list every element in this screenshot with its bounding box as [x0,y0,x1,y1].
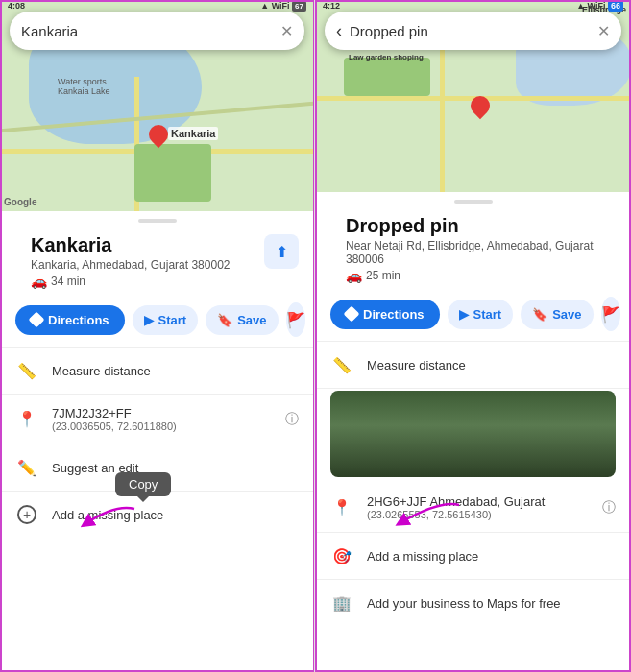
ruler-icon: 📏 [15,359,38,382]
left-flag-button[interactable]: 🚩 [286,302,305,337]
plus-code-row[interactable]: 📍 7JMJ2J32+FF (23.0036505, 72.6011880) ⓘ [0,396,314,442]
target-icon: 🎯 [330,544,353,567]
car-icon: 🚗 [31,274,47,289]
right-search-bar[interactable]: ‹ Dropped pin ✕ [325,12,621,50]
right-flag-button[interactable]: 🚩 [601,297,620,331]
right-save-button[interactable]: 🔖 Save [521,300,593,329]
coordinates-left: (23.0036505, 72.6011880) [52,420,272,432]
sheet-handle [138,219,177,223]
right-save-bookmark-icon: 🔖 [532,307,547,322]
left-clear-button[interactable]: ✕ [280,22,293,40]
left-map-kankaria-label: Kankaria [168,127,218,140]
right-time: 4:12 [323,1,340,11]
share-button[interactable]: ⬆ [264,234,299,269]
building-icon: 🏢 [330,591,353,614]
water-sports-label: Water sportsKankaia Lake [58,77,110,96]
add-missing-label-left: Add a missing place [52,508,299,522]
measure-distance-label: Measure distance [52,364,299,378]
suggest-edit-label: Suggest an edit [52,461,299,475]
left-panel: 4:08 ▲ WiFi 67 Kankaria Google Water spo… [0,0,315,672]
left-place-name: Kankaria [15,230,245,258]
photo-image [330,391,616,477]
info-icon-left[interactable]: ⓘ [285,411,299,428]
add-business-row[interactable]: 🏢 Add your business to Maps for free [315,582,631,624]
right-measure-label: Measure distance [367,358,616,372]
right-clear-button[interactable]: ✕ [597,22,610,40]
right-panel: 4:12 ▲ WiFi 66 Law garden shoping Ellisb… [315,0,631,672]
right-location-pin-icon: 📍 [330,496,353,519]
right-start-button[interactable]: ▶ Start [448,300,514,329]
left-map-pin [149,125,168,150]
right-map[interactable]: 4:12 ▲ WiFi 66 Law garden shoping Ellisb… [315,0,631,192]
right-divider1 [315,341,631,342]
left-status-right: ▲ WiFi 67 [260,1,306,11]
right-plus-code-row[interactable]: 📍 2HG6+JJF Ahmedabad, Gujarat (23.026555… [315,485,631,530]
right-place-name: Dropped pin [330,211,616,239]
right-place-header: Dropped pin Near Netaji Rd, Ellisbridge,… [315,207,631,289]
left-place-address: Kankaria, Ahmedabad, Gujarat 380002 [15,258,245,274]
right-plus-code-text: 2HG6+JJF Ahmedabad, Gujarat [367,494,589,509]
divider4 [0,491,314,492]
left-action-buttons: Directions ▶ Start 🔖 Save 🚩 [0,295,314,345]
right-start-triangle-icon: ▶ [459,307,469,322]
right-divider4 [315,579,631,580]
right-place-drive: 🚗 25 min [330,268,616,289]
start-triangle-icon: ▶ [144,313,154,327]
left-search-input[interactable] [21,23,280,39]
divider3 [0,444,314,444]
right-place-address: Near Netaji Rd, Ellisbridge, Ahmedabad, … [330,239,616,268]
right-status-bar: 4:12 ▲ WiFi 66 [315,0,631,12]
left-start-button[interactable]: ▶ Start [133,305,199,335]
edit-icon: ✏️ [15,456,38,479]
right-sheet-handle [454,200,493,204]
road-v2 [440,48,445,192]
right-map-pin [471,96,490,115]
plus-circle-icon: + [17,505,36,524]
green-area [134,144,211,202]
right-dir-diamond-icon [344,306,360,323]
right-battery: 66 [608,0,623,12]
left-map[interactable]: 4:08 ▲ WiFi 67 Kankaria Google Water spo… [0,0,314,211]
divider2 [0,394,314,395]
google-logo: Google [4,197,36,207]
left-directions-button[interactable]: Directions [15,305,125,335]
measure-distance-row[interactable]: 📏 Measure distance [0,349,314,392]
right-ruler-icon: 📏 [330,353,353,376]
left-bottom-sheet: Kankaria Kankaria, Ahmedabad, Gujarat 38… [0,211,314,672]
dir-diamond-icon [29,312,45,328]
left-battery: 67 [292,1,306,12]
left-place-drive: 🚗 34 min [15,274,245,295]
divider1 [0,347,314,348]
left-search-bar[interactable]: ✕ [10,12,304,50]
left-status-bar: 4:08 ▲ WiFi 67 [0,0,314,12]
add-missing-row-right[interactable]: 🎯 Add a missing place [315,535,631,577]
add-missing-label-right: Add a missing place [367,549,616,564]
plus-code-text: 7JMJ2J32+FF [52,406,272,420]
location-pin-icon: 📍 [15,408,38,431]
save-bookmark-icon: 🔖 [217,313,232,327]
right-directions-button[interactable]: Directions [330,300,440,329]
right-search-text: Dropped pin [350,23,590,39]
add-business-label: Add your business to Maps for free [367,596,616,611]
right-car-icon: 🚗 [346,268,362,283]
photo-strip[interactable] [330,391,616,477]
right-measure-row[interactable]: 📏 Measure distance [315,344,631,386]
add-missing-row-left[interactable]: + Add a missing place [0,493,314,536]
left-time: 4:08 [8,1,25,11]
right-bottom-sheet: Dropped pin Near Netaji Rd, Ellisbridge,… [315,192,631,672]
right-plus-code-content: 2HG6+JJF Ahmedabad, Gujarat (23.0265553,… [367,494,589,520]
plus-icon-left: + [15,503,38,526]
info-icon-right[interactable]: ⓘ [602,499,616,516]
right-divider3 [315,532,631,533]
green-park [344,58,430,96]
right-divider2 [315,388,631,389]
suggest-edit-row[interactable]: ✏️ Suggest an edit [0,446,314,489]
left-save-button[interactable]: 🔖 Save [206,305,278,335]
right-action-buttons: Directions ▶ Start 🔖 Save 🚩 [315,289,631,339]
right-status-right: ▲ WiFi 66 [576,1,623,11]
plus-code-content: 7JMJ2J32+FF (23.0036505, 72.6011880) [52,406,272,432]
law-garden-label: Law garden shoping [349,53,424,61]
coordinates-right: (23.0265553, 72.5615430) [367,509,589,520]
back-button[interactable]: ‹ [336,21,342,41]
